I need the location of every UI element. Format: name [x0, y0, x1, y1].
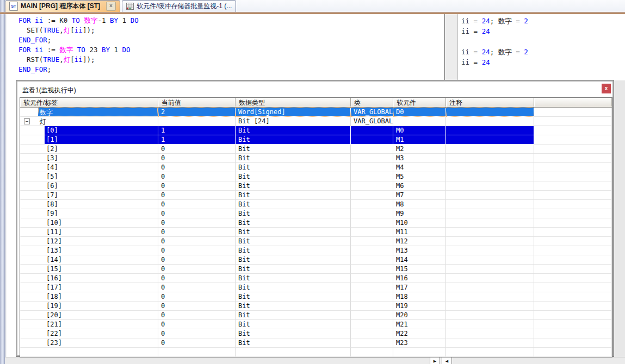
- watch-table-row[interactable]: [4]0BitM4: [20, 163, 612, 172]
- scroll-left-arrow-button[interactable]: ◀: [442, 357, 452, 364]
- cell-value: 1: [158, 135, 236, 145]
- cell-filler: [534, 126, 612, 135]
- cell-device: M22: [393, 329, 446, 338]
- cell-class: [351, 154, 393, 163]
- column-header-2[interactable]: 数据类型: [236, 98, 351, 106]
- watch-table-row[interactable]: [0]1BitM0: [20, 126, 612, 135]
- watch-table-row[interactable]: [22]0BitM22: [20, 329, 612, 338]
- window-edge: [0, 0, 5, 364]
- watch-window: 监看1(监视执行中) x 软元件/标签当前值数据类型类软元件注释 数字2Word…: [16, 80, 614, 356]
- cell-label: [18]: [20, 292, 158, 302]
- cell-comment: [446, 311, 534, 320]
- watch-close-button[interactable]: x: [602, 84, 611, 93]
- watch-table-row[interactable]: [20]0BitM20: [20, 311, 612, 320]
- collapse-expander-icon[interactable]: −: [24, 118, 30, 124]
- cell-value: 0: [158, 228, 236, 237]
- watch-table-row[interactable]: [6]0BitM6: [20, 181, 612, 191]
- cell-device: M15: [393, 265, 446, 274]
- cell-label: −灯: [20, 117, 158, 126]
- watch-window-titlebar[interactable]: 监看1(监视执行中) x: [17, 81, 612, 97]
- cell-class: [351, 145, 393, 154]
- column-header-filler: [534, 98, 612, 106]
- cell-device: M18: [393, 292, 446, 302]
- cell-class: [351, 126, 393, 135]
- column-header-3[interactable]: 类: [351, 98, 393, 106]
- cell-comment: [446, 218, 534, 228]
- watch-table-row[interactable]: [15]0BitM15: [20, 265, 612, 274]
- cell-value: 0: [158, 274, 236, 283]
- tab-close-icon[interactable]: ×: [106, 2, 116, 11]
- cell-filler: [534, 320, 612, 329]
- column-header-5[interactable]: 注释: [446, 98, 534, 106]
- cell-datatype: Bit [24]: [236, 117, 351, 126]
- cell-label: [6]: [20, 181, 158, 191]
- cell-class: VAR_GLOBAL: [351, 117, 393, 126]
- cell-label: [20, 348, 158, 357]
- cell-datatype: Word[Signed]: [236, 108, 351, 117]
- cell-device: M23: [393, 338, 446, 348]
- cell-datatype: Bit: [236, 274, 351, 283]
- watch-table-row[interactable]: [23]0BitM23: [20, 338, 612, 348]
- cell-device: M9: [393, 209, 446, 218]
- watch-table-row[interactable]: [18]0BitM18: [20, 292, 612, 302]
- cell-device: M6: [393, 181, 446, 191]
- cell-value: 0: [158, 302, 236, 311]
- watch-table-row[interactable]: [7]0BitM7: [20, 191, 612, 200]
- cell-filler: [534, 274, 612, 283]
- tab-device-buffer-monitor[interactable]: 软元件/缓冲存储器批量监视-1 (...: [122, 0, 236, 12]
- watch-table-row[interactable]: −灯Bit [24]VAR_GLOBAL: [20, 117, 612, 126]
- cell-device: M14: [393, 255, 446, 265]
- cell-comment: [446, 329, 534, 338]
- watch-table-row[interactable]: [21]0BitM21: [20, 320, 612, 329]
- cell-filler: [534, 181, 612, 191]
- watch-table-row[interactable]: [2]0BitM2: [20, 145, 612, 154]
- watch-table-row[interactable]: [16]0BitM16: [20, 274, 612, 283]
- cell-comment: [446, 154, 534, 163]
- watch-table-row[interactable]: [8]0BitM8: [20, 200, 612, 209]
- cell-filler: [534, 108, 612, 117]
- cell-datatype: Bit: [236, 172, 351, 181]
- cell-datatype: Bit: [236, 329, 351, 338]
- cell-comment: [446, 302, 534, 311]
- watch-table-row[interactable]: [14]0BitM14: [20, 255, 612, 265]
- st-document-icon: ST: [9, 2, 18, 11]
- cell-device: M20: [393, 311, 446, 320]
- watch-table-row[interactable]: [20, 348, 612, 357]
- scroll-right-arrow-button[interactable]: ▶: [430, 357, 440, 364]
- cell-comment: [446, 191, 534, 200]
- cell-filler: [534, 265, 612, 274]
- watch-table-row[interactable]: [13]0BitM13: [20, 246, 612, 255]
- column-header-1[interactable]: 当前值: [158, 98, 236, 106]
- watch-table-row[interactable]: 数字2Word[Signed]VAR_GLOBALD0: [20, 108, 612, 117]
- watch-table-row[interactable]: [11]0BitM11: [20, 228, 612, 237]
- watch-table-row[interactable]: [1]1BitM1: [20, 135, 612, 145]
- cell-label: [0]: [20, 126, 158, 135]
- cell-class: [351, 237, 393, 246]
- cell-value: 0: [158, 209, 236, 218]
- watch-table-row[interactable]: [5]0BitM5: [20, 172, 612, 181]
- watch-table-row[interactable]: [19]0BitM19: [20, 302, 612, 311]
- watch-table-row[interactable]: [10]0BitM10: [20, 218, 612, 228]
- watch-table-row[interactable]: [3]0BitM3: [20, 154, 612, 163]
- cell-datatype: Bit: [236, 181, 351, 191]
- cell-comment: [446, 108, 534, 117]
- cell-comment: [446, 117, 534, 126]
- cell-class: VAR_GLOBAL: [351, 108, 393, 117]
- cell-comment: [446, 274, 534, 283]
- cell-comment: [446, 338, 534, 348]
- cell-datatype: Bit: [236, 237, 351, 246]
- cell-datatype: Bit: [236, 218, 351, 228]
- cell-class: [351, 163, 393, 172]
- cell-comment: [446, 145, 534, 154]
- cell-datatype: Bit: [236, 292, 351, 302]
- cell-datatype: Bit: [236, 126, 351, 135]
- cell-class: [351, 320, 393, 329]
- watch-table-row[interactable]: [9]0BitM9: [20, 209, 612, 218]
- column-header-0[interactable]: 软元件/标签: [20, 98, 158, 106]
- watch-table-row[interactable]: [12]0BitM12: [20, 237, 612, 246]
- watch-table-row[interactable]: [17]0BitM17: [20, 283, 612, 292]
- tab-main-prg-st[interactable]: ST MAIN [PRG] 程序本体 [ST] ×: [5, 0, 120, 12]
- cell-datatype: Bit: [236, 302, 351, 311]
- column-header-4[interactable]: 软元件: [393, 98, 446, 106]
- cell-comment: [446, 255, 534, 265]
